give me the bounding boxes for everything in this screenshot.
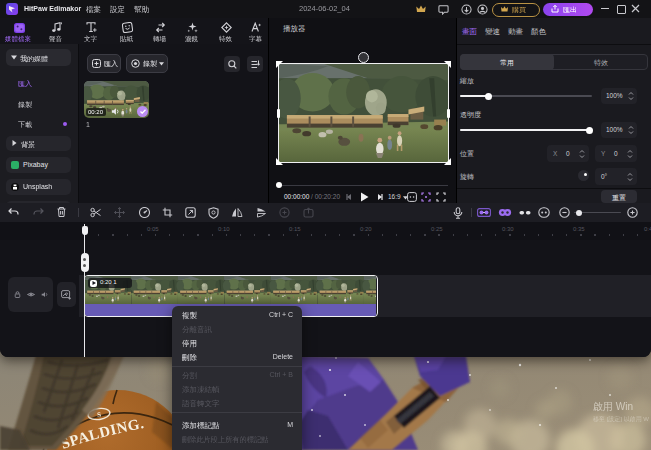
svg-text:移至 [設定] 以啟用 W: 移至 [設定] 以啟用 W: [593, 415, 649, 423]
svg-text:啟用 Win: 啟用 Win: [593, 401, 633, 412]
